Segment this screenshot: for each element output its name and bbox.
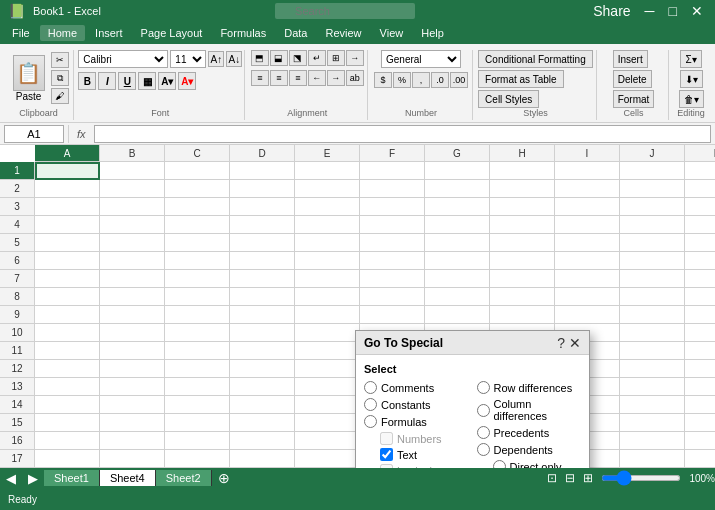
cell-K4[interactable] [685, 216, 715, 234]
cell-E15[interactable] [295, 414, 360, 432]
cell-B6[interactable] [100, 252, 165, 270]
cell-B15[interactable] [100, 414, 165, 432]
font-size-increase-button[interactable]: A↑ [208, 51, 224, 67]
cell-J14[interactable] [620, 396, 685, 414]
fill-color-button[interactable]: A▾ [158, 72, 176, 90]
cell-C16[interactable] [165, 432, 230, 450]
cut-button[interactable]: ✂ [51, 52, 69, 68]
clear-button[interactable]: 🗑▾ [679, 90, 704, 108]
cell-D5[interactable] [230, 234, 295, 252]
cell-K2[interactable] [685, 180, 715, 198]
cell-A15[interactable] [35, 414, 100, 432]
cell-B2[interactable] [100, 180, 165, 198]
cell-G7[interactable] [425, 270, 490, 288]
cell-G3[interactable] [425, 198, 490, 216]
cell-H4[interactable] [490, 216, 555, 234]
cell-E3[interactable] [295, 198, 360, 216]
sheet-nav-right-button[interactable]: ▶ [22, 469, 44, 488]
cell-B11[interactable] [100, 342, 165, 360]
cell-A12[interactable] [35, 360, 100, 378]
dialog-close-button[interactable]: ✕ [569, 335, 581, 351]
increase-indent-button[interactable]: → [327, 70, 345, 86]
checkbox-text-input[interactable] [380, 448, 393, 461]
cell-A14[interactable] [35, 396, 100, 414]
cell-B16[interactable] [100, 432, 165, 450]
cell-K15[interactable] [685, 414, 715, 432]
cell-I2[interactable] [555, 180, 620, 198]
cell-C10[interactable] [165, 324, 230, 342]
comma-button[interactable]: , [412, 72, 430, 88]
cell-K3[interactable] [685, 198, 715, 216]
sheet-tab-sheet4[interactable]: Sheet4 [100, 470, 156, 486]
font-size-select[interactable]: 11 [170, 50, 206, 68]
cell-J10[interactable] [620, 324, 685, 342]
cell-J8[interactable] [620, 288, 685, 306]
cell-A13[interactable] [35, 378, 100, 396]
cell-E17[interactable] [295, 450, 360, 468]
cell-F5[interactable] [360, 234, 425, 252]
delete-button[interactable]: Delete [613, 70, 652, 88]
cell-I4[interactable] [555, 216, 620, 234]
radio-column-differences-input[interactable] [477, 404, 490, 417]
cell-K14[interactable] [685, 396, 715, 414]
cell-E14[interactable] [295, 396, 360, 414]
close-button[interactable]: ✕ [687, 3, 707, 19]
cell-J17[interactable] [620, 450, 685, 468]
cell-K9[interactable] [685, 306, 715, 324]
cell-C2[interactable] [165, 180, 230, 198]
cell-D7[interactable] [230, 270, 295, 288]
cell-A3[interactable] [35, 198, 100, 216]
cell-G1[interactable] [425, 162, 490, 180]
cell-J15[interactable] [620, 414, 685, 432]
autosum-button[interactable]: Σ▾ [680, 50, 701, 68]
menu-formulas[interactable]: Formulas [212, 25, 274, 41]
menu-page-layout[interactable]: Page Layout [133, 25, 211, 41]
increase-decimal-button[interactable]: .00 [450, 72, 468, 88]
cell-H9[interactable] [490, 306, 555, 324]
cell-J3[interactable] [620, 198, 685, 216]
cell-J2[interactable] [620, 180, 685, 198]
cell-J9[interactable] [620, 306, 685, 324]
cell-F8[interactable] [360, 288, 425, 306]
cell-J12[interactable] [620, 360, 685, 378]
cell-E13[interactable] [295, 378, 360, 396]
dialog-help-button[interactable]: ? [557, 335, 565, 351]
menu-insert[interactable]: Insert [87, 25, 131, 41]
cell-E10[interactable] [295, 324, 360, 342]
cell-E12[interactable] [295, 360, 360, 378]
cell-F9[interactable] [360, 306, 425, 324]
cell-D14[interactable] [230, 396, 295, 414]
cell-K6[interactable] [685, 252, 715, 270]
cell-G8[interactable] [425, 288, 490, 306]
cell-A7[interactable] [35, 270, 100, 288]
formula-input[interactable] [94, 125, 711, 143]
align-left-button[interactable]: ≡ [251, 70, 269, 86]
cell-A9[interactable] [35, 306, 100, 324]
cell-E2[interactable] [295, 180, 360, 198]
align-right-button[interactable]: ≡ [289, 70, 307, 86]
radio-direct-only-input[interactable] [493, 460, 506, 468]
cell-A17[interactable] [35, 450, 100, 468]
cell-A10[interactable] [35, 324, 100, 342]
cell-C14[interactable] [165, 396, 230, 414]
cell-B5[interactable] [100, 234, 165, 252]
checkbox-logicals-input[interactable] [380, 464, 393, 468]
cell-B17[interactable] [100, 450, 165, 468]
fill-button[interactable]: ⬇▾ [680, 70, 703, 88]
cell-D1[interactable] [230, 162, 295, 180]
cell-K7[interactable] [685, 270, 715, 288]
cell-I7[interactable] [555, 270, 620, 288]
cell-E5[interactable] [295, 234, 360, 252]
format-painter-button[interactable]: 🖌 [51, 88, 69, 104]
cell-E4[interactable] [295, 216, 360, 234]
cell-D2[interactable] [230, 180, 295, 198]
cell-D12[interactable] [230, 360, 295, 378]
text-orient-button[interactable]: ab [346, 70, 364, 86]
cell-D6[interactable] [230, 252, 295, 270]
cell-J4[interactable] [620, 216, 685, 234]
wrap-text-button[interactable]: ↵ [308, 50, 326, 66]
sheet-nav-left-button[interactable]: ◀ [0, 469, 22, 488]
cell-A1[interactable] [35, 162, 100, 180]
menu-file[interactable]: File [4, 25, 38, 41]
cell-I5[interactable] [555, 234, 620, 252]
